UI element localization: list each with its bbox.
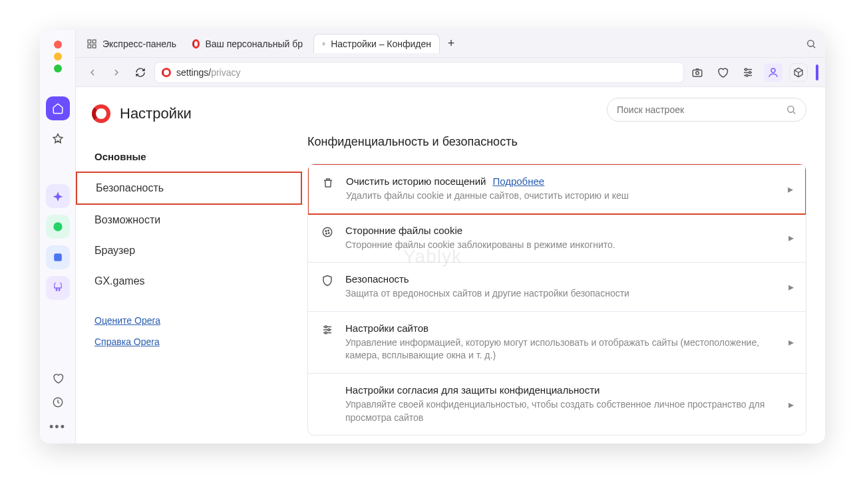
nav-heading: Основные: [76, 142, 302, 172]
card-clear-history[interactable]: Очистить историю посещений Подробнее Уда…: [307, 164, 806, 215]
section-title: Конфиденциальность и безопасность: [307, 135, 806, 149]
cookie-icon: [320, 226, 335, 238]
help-opera-link[interactable]: Справка Opera: [94, 336, 283, 347]
browser-window: ••• Экспресс-панель Ваш персональный бр …: [40, 30, 825, 443]
card-privacy-consent[interactable]: Настройки согласия для защиты конфиденци…: [308, 374, 806, 435]
svg-point-12: [749, 71, 751, 73]
nav-item-gxgames[interactable]: GX.games: [76, 266, 302, 297]
sidebar-rail: •••: [40, 30, 76, 443]
opera-logo-icon: [92, 104, 110, 123]
rail-pinboard-icon[interactable]: [46, 127, 70, 151]
rail-music-icon[interactable]: [46, 276, 70, 300]
svg-rect-9: [693, 70, 702, 76]
new-tab-button[interactable]: +: [442, 35, 460, 53]
chevron-right-icon: ▸: [788, 183, 793, 195]
toolbar-right: [688, 63, 818, 82]
svg-rect-4: [92, 40, 96, 43]
maximize-window-button[interactable]: [54, 64, 62, 72]
tab-settings[interactable]: Настройки – Конфиден: [313, 34, 440, 53]
svg-point-13: [746, 74, 748, 76]
settings-header: Настройки: [76, 100, 302, 142]
chevron-right-icon: ▸: [788, 281, 794, 293]
opera-icon: [162, 68, 171, 77]
close-window-button[interactable]: [54, 41, 62, 49]
privacy-cards: Очистить историю посещений Подробнее Уда…: [307, 164, 806, 436]
card-desc: Сторонние файлы cookie заблокированы в р…: [345, 239, 778, 252]
card-title-text: Настройки сайтов: [345, 322, 429, 334]
opera-icon: [192, 39, 200, 49]
svg-point-21: [325, 326, 327, 328]
svg-rect-1: [54, 253, 62, 261]
extensions-button[interactable]: [789, 63, 808, 82]
settings-search[interactable]: [607, 98, 806, 122]
card-security[interactable]: Безопасность Защита от вредоносных сайто…: [308, 263, 806, 312]
card-desc: Управление информацией, которую могут ис…: [345, 336, 778, 362]
chevron-right-icon: ▸: [788, 231, 794, 244]
card-title-text: Настройки согласия для защиты конфиденци…: [345, 384, 600, 396]
svg-point-16: [323, 227, 332, 237]
forward-button[interactable]: [106, 63, 126, 82]
settings-search-input[interactable]: [617, 104, 779, 115]
svg-point-17: [325, 230, 327, 231]
profile-button[interactable]: [764, 63, 782, 82]
rail-whatsapp-icon[interactable]: [46, 215, 70, 239]
settings-content: Конфиденциальность и безопасность Очисти…: [302, 87, 825, 443]
rail-home-icon[interactable]: [46, 96, 70, 120]
rail-heart-icon[interactable]: [52, 372, 64, 387]
card-site-settings[interactable]: Настройки сайтов Управление информацией,…: [308, 312, 806, 374]
back-button[interactable]: [83, 63, 102, 82]
tune-icon: [320, 324, 335, 336]
card-desc: Управляйте своей конфиденциальностью, чт…: [345, 398, 778, 424]
gear-icon: [322, 39, 325, 49]
tab-personal[interactable]: Ваш персональный бр: [184, 35, 311, 53]
svg-rect-3: [88, 40, 91, 43]
speed-dial-label: Экспресс-панель: [102, 39, 176, 49]
tab-label: Настройки – Конфиден: [331, 39, 431, 49]
heart-button[interactable]: [713, 63, 732, 82]
svg-point-19: [326, 233, 327, 234]
card-title-text: Безопасность: [345, 273, 409, 285]
easy-setup-button[interactable]: [739, 63, 757, 82]
svg-point-18: [328, 230, 329, 231]
snapshot-button[interactable]: [688, 63, 707, 82]
sliders-icon: [742, 66, 754, 78]
card-third-party-cookies[interactable]: Сторонние файлы cookie Сторонние файлы c…: [308, 214, 806, 263]
user-icon: [767, 66, 779, 78]
reload-button[interactable]: [130, 63, 150, 82]
chevron-right-icon: ▸: [788, 336, 794, 348]
rail-vk-icon[interactable]: [46, 245, 70, 269]
svg-point-22: [328, 328, 330, 330]
svg-point-14: [771, 68, 775, 72]
settings-nav: Настройки Основные Безопасность Возможно…: [76, 87, 302, 443]
card-desc: Защита от вредоносных сайтов и другие на…: [345, 287, 778, 301]
rail-more-icon[interactable]: •••: [49, 420, 66, 434]
nav-item-features[interactable]: Возможности: [76, 205, 302, 235]
nav-links: Оцените Opera Справка Opera: [76, 297, 302, 347]
accent-indicator: [816, 64, 818, 80]
heart-icon: [717, 66, 729, 78]
settings-page: Настройки Основные Безопасность Возможно…: [76, 87, 825, 443]
address-field[interactable]: settings/privacy: [154, 62, 684, 83]
grid-icon: [86, 39, 97, 49]
url-text: settings/privacy: [176, 67, 241, 78]
svg-point-0: [53, 222, 62, 231]
minimize-window-button[interactable]: [54, 53, 62, 61]
nav-item-security[interactable]: Безопасность: [76, 172, 302, 205]
trash-icon: [321, 177, 335, 189]
rail-history-icon[interactable]: [52, 396, 64, 411]
tabs-search-button[interactable]: [802, 35, 820, 53]
shield-icon: [320, 275, 335, 287]
nav-item-browser[interactable]: Браузер: [76, 235, 302, 266]
svg-point-23: [325, 332, 327, 334]
cube-icon: [793, 67, 804, 78]
svg-point-11: [745, 68, 747, 70]
svg-point-10: [696, 71, 699, 74]
svg-point-15: [788, 106, 794, 112]
main-area: Экспресс-панель Ваш персональный бр Наст…: [76, 30, 825, 443]
svg-point-8: [808, 40, 814, 46]
speed-dial-button[interactable]: Экспресс-панель: [81, 39, 182, 49]
rate-opera-link[interactable]: Оцените Opera: [94, 315, 283, 326]
svg-rect-5: [88, 45, 91, 48]
rail-aria-icon[interactable]: [46, 184, 70, 208]
learn-more-link[interactable]: Подробнее: [492, 176, 544, 187]
